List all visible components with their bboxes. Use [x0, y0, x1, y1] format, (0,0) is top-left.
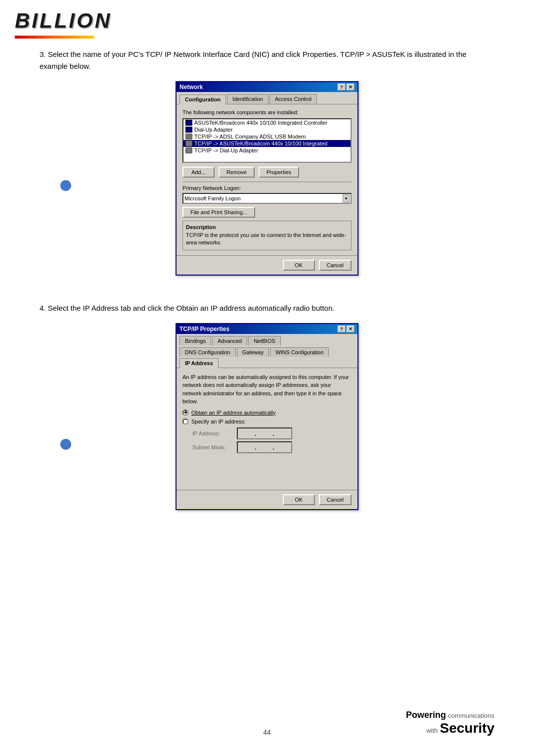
tab-configuration[interactable]: Configuration	[179, 94, 226, 104]
network-button-row: Add... Remove Properties	[182, 167, 352, 178]
tagline-powering: Powering	[406, 710, 446, 720]
subnet-seg-2[interactable]	[258, 444, 271, 451]
tcpip-cancel-button[interactable]: Cancel	[319, 494, 352, 505]
radio-specify-label: Specify an IP address:	[191, 419, 246, 425]
tcp-icon-4	[185, 141, 192, 146]
ip-address-label: IP Address:	[192, 430, 237, 436]
list-item-5-text: TCP/IP -> Dial-Up Adapter	[194, 147, 258, 153]
properties-button[interactable]: Properties	[259, 167, 299, 178]
list-item-5[interactable]: TCP/IP -> Dial-Up Adapter	[183, 147, 351, 154]
page-number: 44	[191, 728, 343, 736]
tcpip-close-button[interactable]: ✕	[347, 326, 355, 332]
list-item-3[interactable]: TCP/IP -> ADSL Company ADSL USB Modem	[183, 133, 351, 140]
page-content: 3. Select the name of your PC's TCP/ IP …	[0, 39, 534, 557]
subnet-mask-row: Subnet Mask: . .	[192, 441, 352, 453]
tab-bindings[interactable]: Bindings	[179, 336, 211, 345]
tcpip-info-text: An IP address can be automatically assig…	[182, 373, 352, 406]
list-item-2[interactable]: Dial-Up Adapter	[183, 126, 351, 133]
remove-button[interactable]: Remove	[219, 167, 255, 178]
step3-instruction: 3. Select the name of your PC's TCP/ IP …	[40, 48, 494, 72]
radio-obtain-row[interactable]: Obtain an IP address automatically	[182, 410, 352, 416]
close-button[interactable]: ✕	[347, 84, 355, 91]
tcpip-titlebar: TCP/IP Properties ? ✕	[177, 324, 357, 334]
radio-obtain-dot	[184, 411, 187, 414]
help-button[interactable]: ?	[338, 84, 346, 91]
tab-access-control[interactable]: Access Control	[269, 94, 317, 104]
radio-obtain-label: Obtain an IP address automatically	[191, 410, 275, 416]
tcpip-ok-button[interactable]: OK	[283, 494, 315, 505]
subnet-dot-1: .	[255, 443, 257, 451]
tcpip-body: An IP address can be automatically assig…	[177, 368, 357, 490]
description-box: Description TCP/IP is the protocol you u…	[182, 221, 352, 250]
subnet-seg-3[interactable]	[275, 444, 289, 451]
network-ok-cancel: OK Cancel	[177, 255, 357, 275]
network-titlebar: Network ? ✕	[177, 82, 357, 92]
dropdown-arrow[interactable]: ▼	[343, 194, 350, 202]
net-icon-2	[185, 127, 192, 133]
logo: BILLION	[15, 9, 112, 39]
radio-obtain[interactable]	[182, 410, 188, 416]
separator-1	[182, 182, 352, 182]
step4-instruction: 4. Select the IP Address tab and click t…	[40, 302, 494, 314]
tab-ip-address[interactable]: IP Address	[179, 358, 219, 368]
titlebar-buttons: ? ✕	[338, 84, 355, 91]
ip-dot-2: .	[272, 429, 274, 437]
network-listbox[interactable]: ASUSTeK/Broadcom 440x 10/100 Integrated …	[182, 118, 352, 163]
add-button[interactable]: Add...	[182, 167, 215, 178]
list-item-3-text: TCP/IP -> ADSL Company ADSL USB Modem	[194, 134, 306, 140]
circle-accent-2	[60, 439, 71, 450]
primary-network-dropdown[interactable]: Microsoft Family Logon ▼	[182, 193, 352, 204]
subnet-mask-input[interactable]: . .	[237, 441, 292, 453]
brand-tagline: Powering communications with Security	[343, 710, 494, 736]
primary-network-label: Primary Network Logon:	[182, 185, 242, 191]
subnet-mask-label: Subnet Mask:	[192, 444, 237, 450]
list-label: The following network components are ins…	[182, 109, 352, 115]
ip-seg-1[interactable]	[240, 430, 254, 437]
ip-address-input[interactable]: . .	[237, 427, 292, 439]
tab-dns-config[interactable]: DNS Configuration	[179, 347, 236, 357]
spacer	[182, 455, 352, 485]
page-footer: 44 Powering communications with Security	[0, 710, 534, 736]
tcpip-ok-cancel: OK Cancel	[177, 490, 357, 509]
ip-dot-1: .	[255, 429, 257, 437]
tcpip-tabs-row2: DNS Configuration Gateway WINS Configura…	[177, 345, 357, 368]
network-body: The following network components are ins…	[177, 104, 357, 255]
primary-network-row: Primary Network Logon:	[182, 185, 352, 191]
tcpip-dialog: TCP/IP Properties ? ✕ Bindings Advanced …	[176, 323, 358, 510]
ip-seg-2[interactable]	[258, 430, 271, 437]
radio-specify[interactable]	[182, 419, 188, 425]
tagline-line2: with Security	[343, 720, 494, 736]
tab-identification[interactable]: Identification	[227, 94, 268, 104]
tcp-icon-5	[185, 147, 192, 153]
network-dialog: Network ? ✕ Configuration Identification…	[176, 81, 358, 276]
network-tabs: Configuration Identification Access Cont…	[177, 92, 357, 104]
tab-advanced[interactable]: Advanced	[212, 336, 247, 345]
tagline-security: Security	[440, 720, 495, 736]
network-dialog-container: Network ? ✕ Configuration Identification…	[40, 81, 494, 290]
tab-netbios[interactable]: NetBIOS	[248, 336, 280, 345]
tcpip-help-button[interactable]: ?	[338, 326, 346, 332]
tcp-icon-3	[185, 134, 192, 140]
list-item-1-text: ASUSTeK/Broadcom 440x 10/100 Integrated …	[194, 120, 327, 126]
network-dialog-title: Network	[179, 84, 203, 91]
tagline-line1: Powering communications	[343, 710, 494, 720]
subnet-seg-1[interactable]	[240, 444, 254, 451]
tab-wins-config[interactable]: WINS Configuration	[270, 347, 329, 357]
net-icon-1	[185, 120, 192, 126]
list-item-4[interactable]: TCP/IP -> ASUSTeK/Broadcom 440x 10/100 I…	[183, 140, 351, 147]
list-item-1[interactable]: ASUSTeK/Broadcom 440x 10/100 Integrated …	[183, 119, 351, 126]
tcpip-dialog-container: TCP/IP Properties ? ✕ Bindings Advanced …	[40, 323, 494, 525]
ip-address-row: IP Address: . .	[192, 427, 352, 439]
ip-seg-3[interactable]	[275, 430, 289, 437]
list-item-2-text: Dial-Up Adapter	[194, 127, 233, 133]
description-title: Description	[186, 224, 348, 230]
radio-specify-row[interactable]: Specify an IP address:	[182, 419, 352, 425]
circle-accent-1	[60, 180, 71, 191]
subnet-dot-2: .	[272, 443, 274, 451]
list-item-4-text: TCP/IP -> ASUSTeK/Broadcom 440x 10/100 I…	[194, 141, 327, 146]
tab-gateway[interactable]: Gateway	[237, 347, 269, 357]
file-print-button[interactable]: File and Print Sharing...	[182, 207, 255, 218]
network-ok-button[interactable]: OK	[283, 260, 315, 271]
tagline-with: with	[426, 727, 438, 734]
network-cancel-button[interactable]: Cancel	[319, 260, 352, 271]
